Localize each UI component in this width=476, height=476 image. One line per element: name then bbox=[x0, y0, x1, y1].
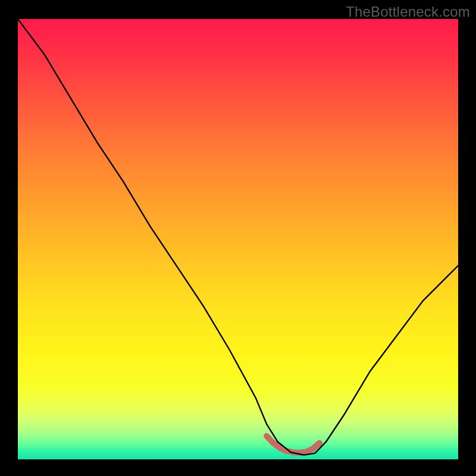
plot-area bbox=[18, 19, 458, 459]
chart-frame: TheBottleneck.com bbox=[0, 0, 476, 476]
watermark-text: TheBottleneck.com bbox=[346, 4, 470, 20]
bottleneck-curve bbox=[18, 19, 458, 455]
optimal-range-marker bbox=[267, 436, 320, 453]
curve-layer bbox=[18, 19, 458, 459]
